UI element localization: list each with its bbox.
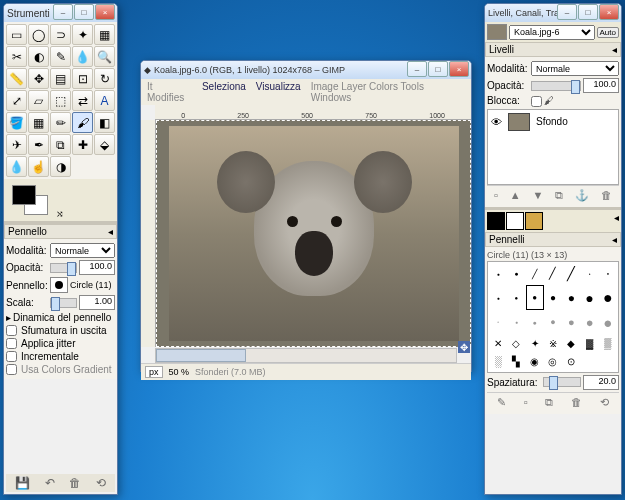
tool-by-color[interactable]: ▦: [94, 24, 115, 45]
delete-options-icon[interactable]: 🗑: [69, 476, 81, 490]
menu-seleziona[interactable]: Seleziona: [202, 81, 246, 103]
tool-blur[interactable]: 💧: [6, 156, 27, 177]
toolbox-titlebar[interactable]: Strumenti – □ ×: [4, 4, 117, 22]
anchor-layer-icon[interactable]: ⚓: [575, 189, 589, 202]
brush-item[interactable]: ⊙: [562, 353, 580, 371]
scale-value[interactable]: 1.00: [79, 295, 115, 310]
new-brush-icon[interactable]: ▫: [524, 396, 528, 409]
brush-item[interactable]: ●: [599, 285, 617, 310]
maximize-button[interactable]: □: [74, 4, 94, 20]
tab-menu-icon[interactable]: ◂: [612, 234, 617, 245]
scrollbar-horizontal[interactable]: [155, 348, 457, 363]
brush-item[interactable]: ✕: [489, 334, 507, 352]
brush-item[interactable]: ●: [544, 285, 562, 310]
brush-item[interactable]: ▚: [507, 353, 525, 371]
tool-shear[interactable]: ▱: [28, 90, 49, 111]
delete-brush-icon[interactable]: 🗑: [571, 396, 582, 409]
tool-foreground[interactable]: ◐: [28, 46, 49, 67]
brush-item[interactable]: ╱: [562, 263, 580, 285]
tool-smudge[interactable]: ☝: [28, 156, 49, 177]
brush-item[interactable]: ●: [562, 310, 580, 334]
tool-scale[interactable]: ⤢: [6, 90, 27, 111]
brushes-tab-header[interactable]: Pennelli ◂: [485, 232, 621, 247]
brush-item[interactable]: ●: [526, 310, 544, 334]
tool-bucket[interactable]: 🪣: [6, 112, 27, 133]
nav-button[interactable]: ✥: [458, 341, 470, 353]
incremental-checkbox[interactable]: [6, 351, 17, 362]
brush-item-selected[interactable]: ●: [526, 285, 544, 310]
tool-measure[interactable]: 📏: [6, 68, 27, 89]
layer-mode-select[interactable]: Normale: [531, 61, 619, 76]
tool-dodge[interactable]: ◑: [50, 156, 71, 177]
duplicate-layer-icon[interactable]: ⧉: [555, 189, 563, 202]
brush-item[interactable]: ░: [489, 353, 507, 371]
brush-item[interactable]: ●: [544, 310, 562, 334]
spacing-slider[interactable]: [543, 377, 581, 387]
image-titlebar[interactable]: ◆ Koala.jpg-6.0 (RGB, 1 livello) 1024x76…: [141, 61, 471, 79]
edit-brush-icon[interactable]: ✎: [497, 396, 506, 409]
brush-item[interactable]: ◇: [507, 334, 525, 352]
layers-tab[interactable]: Livelli: [489, 44, 514, 55]
delete-layer-icon[interactable]: 🗑: [601, 189, 612, 202]
image-canvas[interactable]: [156, 120, 471, 347]
tool-ellipse-select[interactable]: ◯: [28, 24, 49, 45]
refresh-brush-icon[interactable]: ⟲: [600, 396, 609, 409]
expand-dynamics-icon[interactable]: ▸: [6, 312, 11, 323]
mode-select[interactable]: Normale: [50, 243, 115, 258]
tool-perspective-clone[interactable]: ⬙: [94, 134, 115, 155]
tab-menu-icon[interactable]: ◂: [612, 44, 617, 55]
minimize-button[interactable]: –: [53, 4, 73, 20]
brush-item[interactable]: ●: [562, 285, 580, 310]
zoom-value[interactable]: 50 %: [169, 367, 190, 377]
brush-item[interactable]: ●: [489, 263, 507, 285]
swatch-black[interactable]: [487, 212, 505, 230]
menu-visualizza[interactable]: Visualizza: [256, 81, 301, 103]
tool-fuzzy-select[interactable]: ✦: [72, 24, 93, 45]
layer-opacity-value[interactable]: 100.0: [583, 78, 619, 93]
scale-slider[interactable]: [50, 298, 77, 308]
tool-zoom[interactable]: 🔍: [94, 46, 115, 67]
spacing-value[interactable]: 20.0: [583, 375, 619, 390]
opacity-slider[interactable]: [50, 263, 77, 273]
layer-row[interactable]: 👁 Sfondo: [490, 112, 616, 132]
tool-color-picker[interactable]: 💧: [72, 46, 93, 67]
jitter-checkbox[interactable]: [6, 338, 17, 349]
tool-clone[interactable]: ⧉: [50, 134, 71, 155]
tool-pencil[interactable]: ✏: [50, 112, 71, 133]
tool-move[interactable]: ✥: [28, 68, 49, 89]
brush-item[interactable]: ✦: [526, 334, 544, 352]
reset-options-icon[interactable]: ⟲: [96, 476, 106, 490]
tool-ink[interactable]: ✒: [28, 134, 49, 155]
layer-thumbnail[interactable]: [508, 113, 530, 131]
image-thumbnail[interactable]: [487, 24, 507, 40]
brush-item[interactable]: ╱: [526, 263, 544, 285]
brush-item[interactable]: ◆: [562, 334, 580, 352]
ruler-vertical[interactable]: [141, 120, 156, 347]
tool-free-select[interactable]: ⊃: [50, 24, 71, 45]
tool-rect-select[interactable]: ▭: [6, 24, 27, 45]
raise-layer-icon[interactable]: ▲: [510, 189, 521, 202]
layer-opacity-slider[interactable]: [531, 81, 581, 91]
close-button[interactable]: ×: [95, 4, 115, 20]
brush-item[interactable]: ※: [544, 334, 562, 352]
minimize-button[interactable]: –: [407, 61, 427, 77]
brush-item[interactable]: ●: [507, 310, 525, 334]
close-button[interactable]: ×: [599, 4, 619, 20]
brush-item[interactable]: ●: [489, 310, 507, 334]
brush-item[interactable]: ●: [599, 310, 617, 334]
tool-align[interactable]: ▤: [50, 68, 71, 89]
image-select[interactable]: Koala.jpg-6: [509, 25, 595, 40]
duplicate-brush-icon[interactable]: ⧉: [545, 396, 553, 409]
maximize-button[interactable]: □: [428, 61, 448, 77]
brush-item[interactable]: ●: [580, 263, 598, 285]
lower-layer-icon[interactable]: ▼: [532, 189, 543, 202]
tool-airbrush[interactable]: ✈: [6, 134, 27, 155]
close-button[interactable]: ×: [449, 61, 469, 77]
swatch-gold[interactable]: [525, 212, 543, 230]
tool-scissors[interactable]: ✂: [6, 46, 27, 67]
swap-colors-icon[interactable]: ⤭: [56, 209, 64, 219]
tool-flip[interactable]: ⇄: [72, 90, 93, 111]
use-color-checkbox[interactable]: [6, 364, 17, 375]
brush-item[interactable]: ●: [489, 285, 507, 310]
menu-modifies[interactable]: It Modifies: [147, 81, 192, 103]
